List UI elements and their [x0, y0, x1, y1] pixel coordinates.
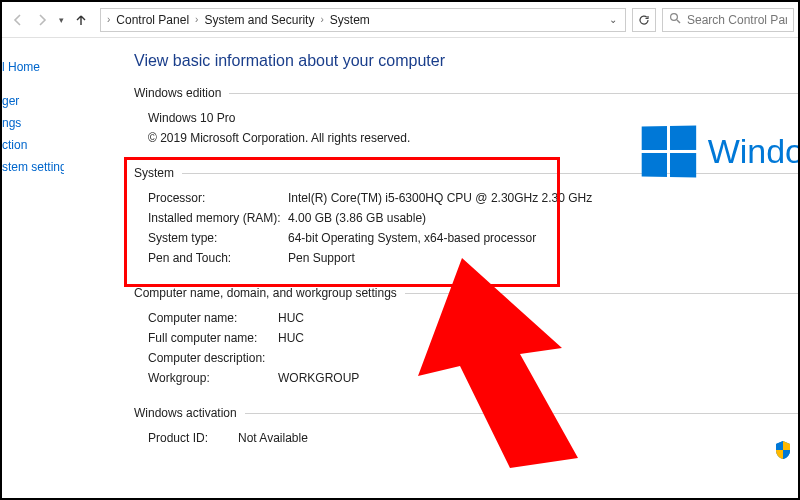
up-button[interactable] — [70, 9, 92, 31]
label: Product ID: — [148, 431, 238, 445]
crumb-system-security[interactable]: System and Security — [200, 13, 318, 27]
crumb-system[interactable]: System — [326, 13, 374, 27]
search-placeholder: Search Control Pane — [687, 13, 787, 27]
chevron-right-icon: › — [193, 14, 200, 25]
search-icon — [669, 12, 681, 27]
system-group: System Processor:Intel(R) Core(TM) i5-63… — [134, 166, 798, 276]
label: Computer description: — [148, 351, 278, 365]
sidebar-link[interactable]: l Home — [2, 56, 64, 78]
value: 4.00 GB (3.86 GB usable) — [288, 211, 426, 225]
svg-line-1 — [677, 20, 680, 23]
label: Pen and Touch: — [148, 251, 288, 265]
uac-shield-icon — [774, 440, 792, 460]
label: Computer name: — [148, 311, 278, 325]
label: Full computer name: — [148, 331, 278, 345]
sidebar-link[interactable]: ction — [2, 134, 64, 156]
group-legend: Windows edition — [134, 86, 229, 100]
content-pane: View basic information about your comput… — [64, 38, 798, 498]
chevron-right-icon: › — [318, 14, 325, 25]
sidebar-link[interactable]: stem settings — [2, 156, 64, 178]
label: Processor: — [148, 191, 288, 205]
page-title: View basic information about your comput… — [134, 52, 798, 70]
value: HUC — [278, 311, 304, 325]
crumb-control-panel[interactable]: Control Panel — [112, 13, 193, 27]
value: HUC — [278, 331, 304, 345]
group-legend: Computer name, domain, and workgroup set… — [134, 286, 405, 300]
group-legend: Windows activation — [134, 406, 245, 420]
sidebar-link[interactable]: ngs — [2, 112, 64, 134]
label: System type: — [148, 231, 288, 245]
windows-logo-text: Windo — [708, 132, 800, 171]
edition-copyright: © 2019 Microsoft Corporation. All rights… — [148, 131, 410, 145]
sidebar-link[interactable]: ger — [2, 90, 64, 112]
value: WORKGROUP — [278, 371, 359, 385]
refresh-button[interactable] — [632, 8, 656, 32]
address-toolbar: ▾ › Control Panel › System and Security … — [2, 2, 798, 38]
value: Not Available — [238, 431, 308, 445]
forward-button[interactable] — [30, 8, 54, 32]
back-button[interactable] — [6, 8, 30, 32]
svg-point-0 — [671, 14, 678, 21]
computer-name-group: Computer name, domain, and workgroup set… — [134, 286, 798, 396]
activation-group: Windows activation Product ID:Not Availa… — [134, 406, 798, 456]
breadcrumb[interactable]: › Control Panel › System and Security › … — [100, 8, 626, 32]
history-dropdown[interactable]: ▾ — [54, 15, 68, 25]
value: Pen Support — [288, 251, 355, 265]
windows-logo: Windo — [641, 126, 800, 177]
group-legend: System — [134, 166, 182, 180]
search-input[interactable]: Search Control Pane — [662, 8, 794, 32]
label: Workgroup: — [148, 371, 278, 385]
chevron-right-icon: › — [105, 14, 112, 25]
edition-name: Windows 10 Pro — [148, 111, 288, 125]
windows-logo-icon — [641, 126, 695, 178]
value: 64-bit Operating System, x64-based proce… — [288, 231, 536, 245]
label: Installed memory (RAM): — [148, 211, 288, 225]
address-dropdown-icon[interactable]: ⌄ — [609, 14, 621, 25]
left-sidebar: l Home ger ngs ction stem settings — [2, 38, 64, 498]
value: Intel(R) Core(TM) i5-6300HQ CPU @ 2.30GH… — [288, 191, 592, 205]
